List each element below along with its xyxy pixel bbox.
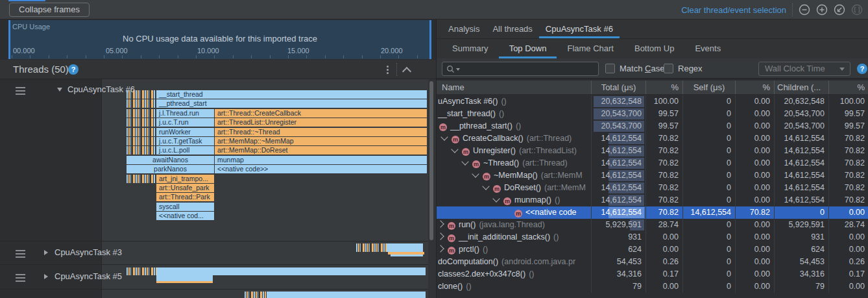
flame-bar[interactable]: art::Thread::~Thread — [215, 128, 427, 136]
table-row[interactable]: m__pthread_start()()20,543,70099.5700.00… — [437, 120, 868, 132]
table-row[interactable]: classes2.dex+0x347c8()()34,3160.1700.003… — [437, 268, 868, 280]
flame-bar[interactable]: art::Thread::Park — [156, 193, 214, 201]
flame-bar[interactable] — [156, 267, 426, 275]
table-row[interactable]: m__init_additional_stacks()()9310.0000.0… — [437, 231, 868, 243]
flame-stripes[interactable] — [127, 99, 155, 108]
flame-bar[interactable]: j.u.c.L.poll — [156, 146, 214, 155]
thread-row-cpuasynctask-6[interactable]: CpuAsyncTask #6 — [0, 86, 102, 96]
subtab-events[interactable]: Events — [684, 39, 731, 58]
zoom-out-icon[interactable] — [799, 4, 810, 16]
tree-chevron-right-icon[interactable] — [437, 220, 444, 227]
match-case-checkbox[interactable]: Match Case — [605, 64, 664, 73]
checkbox-icon[interactable] — [605, 64, 615, 73]
tab-analysis[interactable]: Analysis — [442, 19, 486, 38]
flame-bar[interactable]: art::ThreadList::Unregister — [215, 118, 427, 127]
tree-chevron-down-icon[interactable] — [472, 170, 479, 177]
column-header-self[interactable]: Self (μs) — [683, 81, 736, 94]
table-row[interactable]: uAsyncTask #6()()20,632,548100.0000.0020… — [437, 95, 868, 108]
column-header-total-pct[interactable]: % — [646, 81, 683, 94]
flame-bar[interactable]: art_jni_trampo... — [156, 175, 214, 183]
scrollbar-thumb[interactable] — [429, 81, 433, 240]
flame-bar[interactable]: art::MemMap::~MemMap — [215, 137, 427, 145]
flame-stripes[interactable] — [127, 118, 155, 127]
flame-bar[interactable]: <<native cod... — [156, 212, 214, 220]
subtab-bottom-up[interactable]: Bottom Up — [624, 39, 684, 58]
flame-stripes[interactable] — [127, 175, 155, 183]
tree-chevron-down-icon[interactable] — [440, 133, 448, 140]
flame-bar[interactable]: art::Unsafe_park — [156, 184, 214, 192]
flame-bar[interactable] — [156, 275, 213, 281]
column-header-name[interactable]: Name — [437, 81, 592, 94]
selection-handle-right[interactable] — [429, 20, 431, 59]
zoom-to-selection-icon[interactable] — [851, 4, 863, 16]
flame-bar[interactable] — [387, 243, 423, 252]
column-header-children[interactable]: Children (... — [775, 81, 829, 94]
flame-bar[interactable] — [391, 255, 423, 256]
flame-stripes[interactable] — [127, 109, 155, 118]
threads-help-icon[interactable]: ? — [68, 64, 78, 75]
subtab-flame-chart[interactable]: Flame Chart — [557, 39, 624, 58]
zoom-in-icon[interactable] — [816, 4, 828, 16]
flame-bar[interactable] — [267, 292, 426, 298]
column-header-self-pct[interactable]: % — [736, 81, 775, 94]
flame-bar[interactable] — [156, 281, 213, 283]
table-row[interactable]: mrun()(java.lang.Thread)5,929,59128.7400… — [437, 219, 868, 231]
table-row[interactable]: clone()()790.0000.00790.00 — [437, 280, 868, 293]
flame-stripes[interactable] — [127, 128, 155, 136]
hamburger-icon[interactable] — [16, 87, 25, 88]
table-row[interactable]: mprctl()()6240.0000.006240.00 — [437, 243, 868, 256]
flame-bar[interactable]: parkNanos — [127, 165, 214, 173]
tree-chevron-down-icon[interactable] — [451, 145, 458, 153]
tree-chevron-right-icon[interactable] — [437, 232, 444, 240]
flame-bar[interactable]: art::Thread::CreateCallback — [215, 109, 427, 118]
flame-bar[interactable]: art::MemMap::DoReset — [215, 146, 427, 155]
subtab-top-down[interactable]: Top Down — [499, 39, 557, 58]
flame-bar[interactable]: <<native code>> — [215, 165, 427, 173]
table-row[interactable]: doComputation()(android.com.java.pr54,45… — [437, 256, 868, 268]
flame-bar[interactable]: awaitNanos — [127, 156, 214, 164]
flame-stripes[interactable] — [127, 267, 156, 275]
flame-bar[interactable]: j.l.Thread.run — [156, 109, 214, 118]
table-row[interactable]: mmunmap()()14,612,55470.8200.0014,612,55… — [437, 194, 868, 206]
table-row[interactable]: __start_thread()()20,543,70099.5700.0020… — [437, 108, 868, 120]
checkbox-icon[interactable] — [664, 64, 673, 73]
flame-bar[interactable]: munmap — [215, 156, 427, 164]
flame-stripes[interactable] — [356, 243, 387, 252]
tree-chevron-right-icon[interactable] — [437, 245, 444, 252]
search-box[interactable] — [442, 62, 599, 76]
tree-chevron-down-icon[interactable] — [482, 182, 489, 190]
flame-bar[interactable]: j.u.c.T.run — [156, 118, 214, 127]
regex-checkbox[interactable]: Regex — [664, 64, 703, 73]
table-row[interactable]: mUnregister()(art::ThreadList)14,612,554… — [437, 145, 868, 157]
table-row[interactable]: mDoReset()(art::MemM14,612,55470.8200.00… — [437, 182, 868, 194]
flame-stripes[interactable] — [245, 292, 267, 298]
search-input[interactable] — [464, 64, 598, 75]
cpu-usage-band[interactable]: CPU Usage No CPU usage data available fo… — [8, 20, 431, 59]
flame-bar[interactable]: syscall — [156, 203, 214, 211]
search-history-caret-icon[interactable] — [456, 68, 460, 71]
thread-expand-icon[interactable] — [44, 274, 48, 279]
flame-bar[interactable]: j.u.c.T.getTask — [156, 137, 214, 145]
reset-zoom-icon[interactable] — [834, 4, 845, 16]
thread-row-cpuasynctask-5[interactable]: CpuAsyncTask #5 — [0, 273, 102, 283]
collapse-frames-button[interactable]: Collapse frames — [9, 3, 90, 17]
table-row[interactable]: m~Thread()(art::Thread)14,612,55470.8200… — [437, 157, 868, 169]
tab-all-threads[interactable]: All threads — [486, 19, 538, 38]
thread-collapse-icon[interactable] — [57, 88, 62, 92]
tree-chevron-down-icon[interactable] — [492, 195, 500, 202]
hamburger-icon[interactable] — [16, 250, 25, 251]
column-header-children-pct[interactable]: % — [829, 81, 868, 94]
tab-cpuasynctask-6[interactable]: CpuAsyncTask #6 — [539, 19, 620, 38]
table-row[interactable]: m<<native code14,612,55470.8214,612,5547… — [437, 206, 868, 219]
filter-help-icon[interactable]: ? — [857, 64, 867, 74]
collapse-panel-icon[interactable] — [402, 67, 411, 76]
column-header-total[interactable]: Total (μs) — [592, 81, 646, 94]
flame-stripes[interactable] — [127, 137, 155, 145]
kebab-menu-icon[interactable] — [387, 66, 389, 68]
selection-handle-left[interactable] — [8, 20, 10, 59]
table-row[interactable]: mCreateCallback()(art::Thread)14,612,554… — [437, 132, 868, 145]
flame-bar[interactable]: __pthread_start — [156, 99, 427, 108]
flame-stripes[interactable] — [127, 146, 155, 155]
clear-selection-link[interactable]: Clear thread/event selection — [681, 5, 786, 15]
clock-type-dropdown[interactable]: Wall Clock Time — [758, 62, 850, 76]
